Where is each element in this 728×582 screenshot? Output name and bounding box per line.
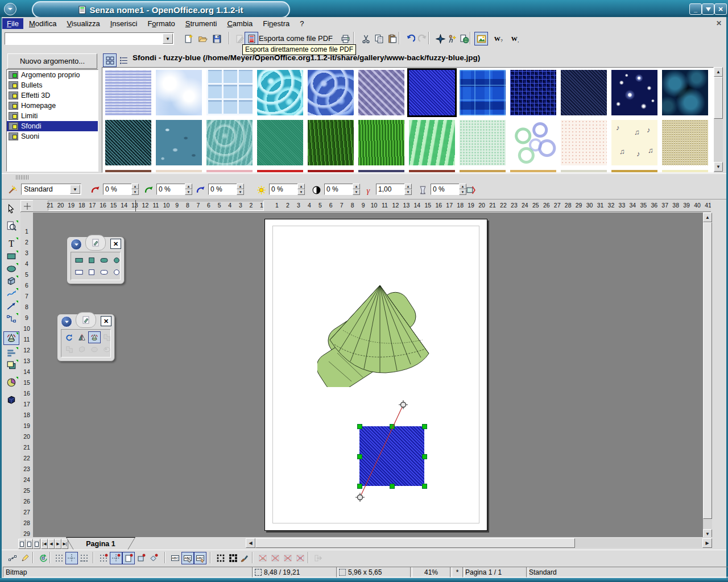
- spin-down-icon[interactable]: ▼: [185, 189, 192, 195]
- previous-page-button[interactable]: ◀: [48, 539, 55, 549]
- toolbar-grip[interactable]: [85, 235, 106, 251]
- spin-down-icon[interactable]: ▼: [237, 189, 244, 195]
- text-tool-button[interactable]: T: [3, 236, 19, 250]
- w-question-button[interactable]: W?: [491, 32, 505, 45]
- new-document-button[interactable]: [181, 32, 195, 45]
- w-comma-button[interactable]: W,: [508, 32, 522, 45]
- 3d-objects-tool-button[interactable]: [3, 275, 19, 288]
- paste-button[interactable]: [385, 32, 399, 45]
- alignment-tool-button[interactable]: [3, 346, 19, 360]
- green-adjust-input[interactable]: 0 %: [156, 184, 185, 195]
- open-button[interactable]: [196, 32, 209, 45]
- window-menu-button[interactable]: [4, 3, 16, 15]
- menu-item-cambia[interactable]: Cambia: [222, 18, 257, 29]
- close-document-icon[interactable]: ✕: [716, 19, 726, 27]
- first-page-button[interactable]: |◀: [41, 539, 48, 549]
- gallery-category-sfondi[interactable]: Sfondi: [7, 121, 98, 131]
- gallery-thumbnail-plain-seagreen[interactable]: [257, 120, 303, 165]
- scroll-up-icon[interactable]: ▲: [703, 213, 712, 222]
- arrange-tool-button[interactable]: [3, 359, 19, 372]
- vertical-scroll-thumb[interactable]: [703, 222, 712, 519]
- contrast-input[interactable]: 0 %: [324, 184, 353, 195]
- gallery-thumbnail-music-notes[interactable]: ♪♫♪♫♪♫: [611, 120, 657, 165]
- minimize-button[interactable]: _: [689, 3, 702, 15]
- interaction-tool-button[interactable]: [3, 393, 19, 406]
- gradient-tool-button[interactable]: [101, 343, 113, 355]
- gallery-thumbnail-sand-beige[interactable]: [662, 120, 708, 165]
- lines-arrows-tool-button[interactable]: [3, 300, 19, 313]
- gallery-thumbnail-water-blue[interactable]: [308, 70, 354, 115]
- quick-edit-button[interactable]: ABC: [169, 552, 181, 564]
- toolbar-menu-button[interactable]: [71, 239, 82, 250]
- select-text-area-button[interactable]: ABC: [181, 552, 194, 564]
- gallery-thumbnail-stucco-darkteal[interactable]: [105, 120, 151, 165]
- gallery-category-argomento-proprio[interactable]: Argomento proprio: [7, 70, 98, 80]
- rectangle-outline-button[interactable]: [73, 266, 85, 278]
- gallery-thumbnail-blocks-blue[interactable]: [460, 70, 506, 115]
- gallery-thumbnail-speckle-cream[interactable]: [561, 120, 607, 165]
- distort-button[interactable]: [101, 331, 113, 343]
- gamma-spinner[interactable]: ▲▼: [404, 184, 412, 195]
- gallery-thumbnail-liquid-darkblue[interactable]: [662, 70, 708, 115]
- gallery-thumbnail-crumple-purple[interactable]: [358, 70, 404, 115]
- gallery-thumbnail-waves-green[interactable]: [409, 120, 455, 165]
- gallery-button[interactable]: [474, 32, 488, 45]
- new-topic-button[interactable]: Nuovo argomento...: [7, 53, 97, 69]
- red-adjust-input[interactable]: 0 %: [103, 184, 132, 195]
- brightness-spinner[interactable]: ▲▼: [297, 184, 305, 195]
- in-perspective-button[interactable]: [76, 343, 88, 355]
- maximize-button[interactable]: [702, 3, 714, 15]
- snap-to-margins-button[interactable]: [122, 552, 135, 564]
- snap-to-grid-button[interactable]: [97, 552, 110, 564]
- horizontal-scrollbar[interactable]: ◀ ▶: [246, 538, 712, 548]
- gallery-thumbnail-grass-dark[interactable]: [308, 120, 354, 165]
- gallery-category-homepage[interactable]: Homepage: [7, 101, 98, 111]
- snap-to-points-button[interactable]: [147, 552, 160, 564]
- gallery-scroll-thumb[interactable]: [714, 77, 723, 119]
- gamma-input[interactable]: 1,00: [376, 184, 405, 195]
- gallery-category-bullets[interactable]: Bullets: [7, 80, 98, 90]
- rotate-button[interactable]: [63, 331, 76, 343]
- horizontal-scroll-thumb[interactable]: [255, 538, 575, 548]
- rectangle-tool-button[interactable]: [3, 250, 19, 263]
- circle-outline-button[interactable]: [110, 266, 123, 278]
- gallery-category-effetti-3d[interactable]: Effetti 3D: [7, 90, 98, 101]
- gallery-thumbnail-fuzzy-blue[interactable]: [409, 70, 455, 115]
- gallery-thumbnail-water-lightteal[interactable]: [206, 120, 253, 165]
- gallery-thumbnail-stars-night[interactable]: [611, 70, 657, 115]
- vertical-ruler[interactable]: 1234567891011121314151617181920212223242…: [20, 213, 34, 539]
- menu-item-[interactable]: ?: [295, 18, 308, 29]
- cut-button[interactable]: [359, 32, 373, 45]
- gallery-thumbnail-water-cyan[interactable]: [257, 70, 303, 115]
- effects-tool-button[interactable]: [3, 331, 19, 345]
- rounded-rectangle-filled-button[interactable]: [98, 254, 110, 266]
- chevron-down-icon[interactable]: ▼: [70, 185, 80, 194]
- gallery-category-limiti[interactable]: Limiti: [7, 111, 98, 121]
- green-3d-shape[interactable]: [317, 276, 440, 387]
- gallery-thumbnail-fabric-blue[interactable]: [105, 70, 151, 115]
- toolbar-grip[interactable]: [76, 312, 96, 328]
- set-in-circle-button[interactable]: [88, 331, 101, 343]
- spin-down-icon[interactable]: ▼: [353, 189, 360, 195]
- text-placeholder-button[interactable]: ABC: [282, 552, 294, 564]
- page-tab[interactable]: Pagina 1: [67, 538, 135, 550]
- print-button[interactable]: [338, 32, 352, 45]
- status-size-cell[interactable]: 5,96 x 5,65: [336, 567, 412, 577]
- scroll-right-icon[interactable]: ▶: [702, 538, 712, 548]
- redo-button[interactable]: [416, 32, 429, 45]
- large-handles-button[interactable]: [227, 552, 239, 564]
- status-page-cell[interactable]: Pagina 1 / 1: [462, 567, 528, 577]
- grid-view-button[interactable]: [103, 53, 117, 67]
- spin-up-icon[interactable]: ▲: [131, 184, 139, 189]
- spin-up-icon[interactable]: ▲: [185, 184, 192, 189]
- simple-handles-button[interactable]: [214, 552, 227, 564]
- close-icon[interactable]: ✕: [101, 316, 111, 326]
- url-input[interactable]: ▼: [5, 32, 174, 45]
- flip-button[interactable]: [76, 331, 88, 343]
- gallery-thumbnail-clouds-lightblue[interactable]: [156, 70, 202, 115]
- last-page-button[interactable]: ▶|: [61, 539, 68, 549]
- gallery-scrollbar[interactable]: ▲ ▼: [714, 67, 723, 172]
- square-outline-button[interactable]: [85, 266, 98, 278]
- blue-adjust-input[interactable]: 0 %: [208, 184, 237, 195]
- menu-item-strumenti[interactable]: Strumenti: [181, 18, 222, 29]
